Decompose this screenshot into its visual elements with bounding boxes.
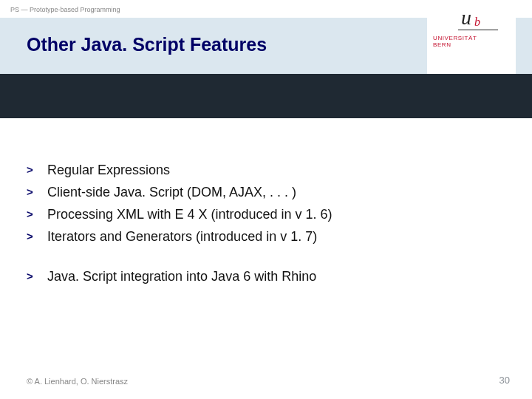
logo-text-line1: UNIVERSITÄT	[433, 35, 477, 41]
bullet-list: >Regular Expressions>Client-side Java. S…	[27, 161, 488, 290]
list-item-text: Processing XML with E 4 X (introduced in…	[47, 205, 332, 223]
list-item-text: Java. Script integration into Java 6 wit…	[47, 267, 316, 285]
logo-text-line2: BERN	[433, 41, 477, 48]
logo-divider	[458, 30, 498, 30]
page-number: 30	[499, 375, 510, 386]
chevron-right-icon: >	[27, 267, 47, 285]
chevron-right-icon: >	[27, 205, 47, 223]
list-item-text: Iterators and Generators (introduced in …	[47, 228, 317, 245]
university-logo: u b UNIVERSITÄT BERN	[427, 0, 516, 74]
logo-b-glyph: b	[474, 16, 480, 28]
list-item: >Client-side Java. Script (DOM, AJAX, . …	[27, 183, 488, 201]
list-item: >Java. Script integration into Java 6 wi…	[27, 267, 488, 285]
chevron-right-icon: >	[27, 183, 47, 201]
list-item: >Processing XML with E 4 X (introduced i…	[27, 205, 488, 223]
logo-u-glyph: u	[461, 7, 471, 28]
footer-credit: © A. Lienhard, O. Nierstrasz	[27, 377, 128, 386]
list-item-text: Regular Expressions	[47, 161, 170, 179]
chevron-right-icon: >	[27, 161, 47, 179]
dark-band	[0, 74, 532, 118]
list-item: >Iterators and Generators (introduced in…	[27, 228, 488, 245]
list-item: >Regular Expressions	[27, 161, 488, 179]
course-label: PS — Prototype-based Programming	[10, 6, 120, 13]
page-title: Other Java. Script Features	[27, 34, 267, 55]
chevron-right-icon: >	[27, 228, 47, 245]
list-item-text: Client-side Java. Script (DOM, AJAX, . .…	[47, 183, 296, 201]
